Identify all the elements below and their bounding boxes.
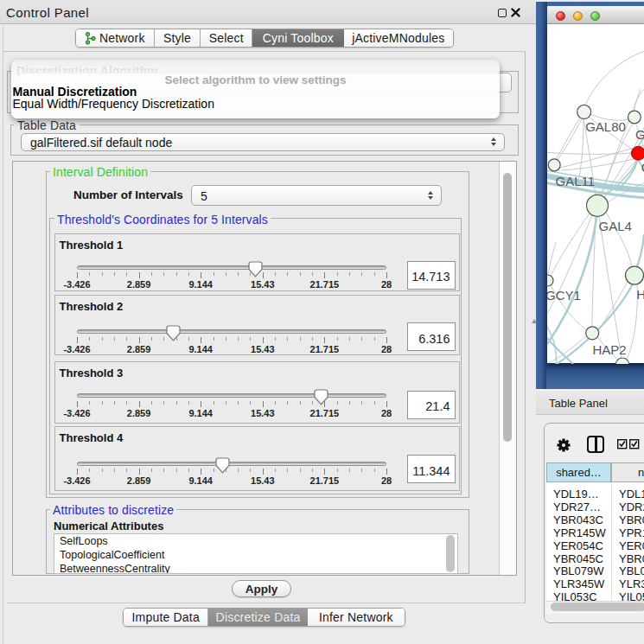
svg-text:GAL80: GAL80 [585, 119, 626, 134]
svg-text:HAP2: HAP2 [592, 341, 626, 356]
svg-text:GAL4: GAL4 [598, 218, 631, 233]
svg-text:H: H [636, 286, 644, 301]
svg-text:GCY1: GCY1 [547, 287, 581, 302]
svg-text:GA: GA [635, 126, 644, 141]
svg-text:C: C [641, 160, 644, 175]
svg-text:GAL11: GAL11 [555, 173, 595, 188]
